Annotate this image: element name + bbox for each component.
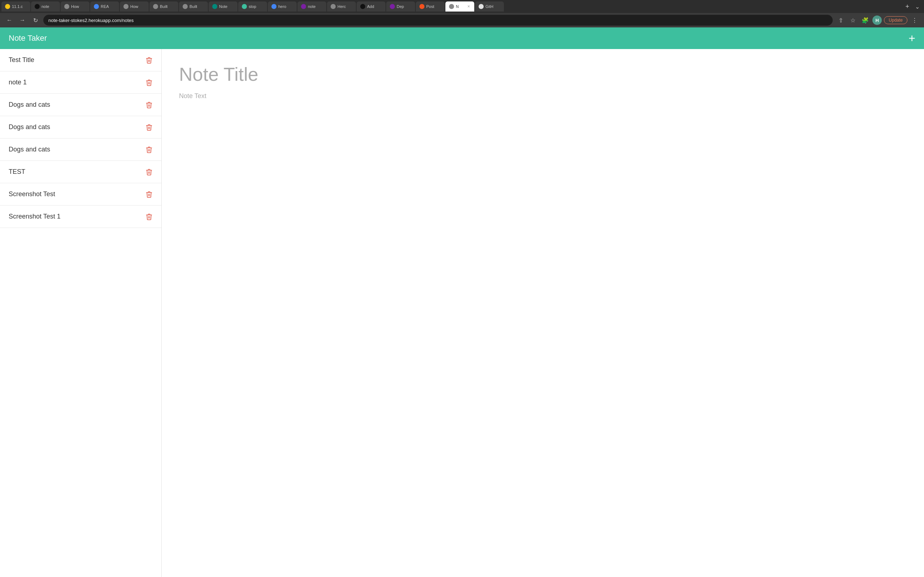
browser-tab-tab-15[interactable]: Post xyxy=(416,2,445,11)
browser-tab-tab-4[interactable]: REA xyxy=(90,2,119,11)
tab-favicon xyxy=(419,4,425,9)
app-body: Test Title note 1 Dogs and cats Dogs and… xyxy=(0,49,924,577)
note-item-title: Test Title xyxy=(9,56,34,64)
tab-label: REA xyxy=(101,4,109,9)
tab-label: How xyxy=(71,4,79,9)
tab-favicon xyxy=(94,4,99,9)
browser-tab-tab-6[interactable]: Built xyxy=(149,2,178,11)
tab-favicon xyxy=(301,4,306,9)
notes-sidebar: Test Title note 1 Dogs and cats Dogs and… xyxy=(0,49,162,577)
add-note-button[interactable]: + xyxy=(908,32,915,44)
tab-label: N xyxy=(456,4,459,9)
browser-tab-tab-10[interactable]: hero xyxy=(268,2,297,11)
url-bar[interactable]: note-taker-stokes2.herokuapp.com/notes xyxy=(43,15,833,26)
tab-label: 11.1.c xyxy=(12,4,23,9)
url-text: note-taker-stokes2.herokuapp.com/notes xyxy=(48,18,134,23)
tab-label: GitH xyxy=(485,4,493,9)
new-tab-button[interactable]: + xyxy=(902,3,912,10)
tab-overflow-button[interactable]: ⌄ xyxy=(912,3,922,10)
tab-favicon xyxy=(35,4,40,9)
note-item-title: Dogs and cats xyxy=(9,123,50,131)
tab-bar: 11.1.cnoteHowREAHowBuiltBuiltNotestopher… xyxy=(0,0,924,13)
extensions-icon[interactable]: 🧩 xyxy=(860,15,870,25)
tab-label: How xyxy=(130,4,138,9)
back-button[interactable]: ← xyxy=(4,15,15,25)
browser-tab-tab-7[interactable]: Built xyxy=(179,2,208,11)
bookmark-icon[interactable]: ☆ xyxy=(848,15,858,25)
delete-note-button[interactable] xyxy=(145,56,153,64)
tab-favicon xyxy=(331,4,336,9)
delete-note-button[interactable] xyxy=(145,124,153,131)
note-list-item[interactable]: Test Title xyxy=(0,49,162,71)
browser-tab-tab-11[interactable]: note xyxy=(297,2,326,11)
tab-label: Note xyxy=(219,4,228,9)
profile-button[interactable]: H xyxy=(872,16,882,25)
tab-favicon xyxy=(123,4,129,9)
browser-tab-tab-14[interactable]: Dep xyxy=(386,2,415,11)
browser-tab-tab-12[interactable]: Herc xyxy=(327,2,356,11)
note-item-title: TEST xyxy=(9,168,25,176)
tab-label: Post xyxy=(426,4,434,9)
delete-note-button[interactable] xyxy=(145,146,153,153)
tab-label: Built xyxy=(160,4,168,9)
tab-label: Add xyxy=(367,4,374,9)
note-list-item[interactable]: Dogs and cats xyxy=(0,94,162,116)
note-list-item[interactable]: Dogs and cats xyxy=(0,139,162,161)
tab-favicon xyxy=(449,4,454,9)
browser-tab-tab-13[interactable]: Add xyxy=(357,2,386,11)
tab-favicon xyxy=(390,4,395,9)
note-list-item[interactable]: note 1 xyxy=(0,71,162,94)
tab-label: stop xyxy=(249,4,256,9)
tab-favicon xyxy=(360,4,365,9)
browser-tab-tab-1[interactable]: 11.1.c xyxy=(2,2,30,11)
address-bar: ← → ↻ note-taker-stokes2.herokuapp.com/n… xyxy=(0,13,924,27)
tab-favicon xyxy=(64,4,69,9)
tab-favicon xyxy=(153,4,158,9)
tab-favicon xyxy=(212,4,217,9)
note-item-title: Screenshot Test 1 xyxy=(9,213,61,220)
note-title-field[interactable]: Note Title xyxy=(179,63,907,85)
update-button[interactable]: Update xyxy=(884,16,908,24)
browser-tab-tab-8[interactable]: Note xyxy=(208,2,237,11)
tab-label: Herc xyxy=(338,4,346,9)
address-actions: ⇧ ☆ 🧩 H Update ⋮ xyxy=(835,15,920,25)
note-item-title: Screenshot Test xyxy=(9,190,55,198)
app-title: Note Taker xyxy=(9,34,47,43)
tab-label: Dep xyxy=(397,4,404,9)
tab-label: hero xyxy=(278,4,286,9)
note-item-title: Dogs and cats xyxy=(9,146,50,153)
browser-tab-tab-9[interactable]: stop xyxy=(238,2,267,11)
tab-favicon xyxy=(242,4,247,9)
browser-tab-tab-3[interactable]: How xyxy=(61,2,89,11)
browser-chrome: 11.1.cnoteHowREAHowBuiltBuiltNotestopher… xyxy=(0,0,924,27)
tab-favicon xyxy=(183,4,188,9)
reload-button[interactable]: ↻ xyxy=(30,15,40,25)
browser-tab-tab-16[interactable]: N× xyxy=(446,2,474,11)
tab-favicon xyxy=(478,4,484,9)
forward-button[interactable]: → xyxy=(17,15,27,25)
tab-label: Built xyxy=(189,4,197,9)
menu-icon[interactable]: ⋮ xyxy=(909,15,920,25)
main-content: Note Title Note Text xyxy=(162,49,924,577)
delete-note-button[interactable] xyxy=(145,79,153,86)
note-item-title: Dogs and cats xyxy=(9,101,50,108)
note-item-title: note 1 xyxy=(9,79,27,86)
tab-favicon xyxy=(271,4,276,9)
delete-note-button[interactable] xyxy=(145,213,153,220)
tab-label: note xyxy=(308,4,315,9)
tab-label: note xyxy=(42,4,49,9)
note-list-item[interactable]: Screenshot Test 1 xyxy=(0,206,162,228)
delete-note-button[interactable] xyxy=(145,168,153,176)
tab-close-button[interactable]: × xyxy=(467,4,471,9)
note-list-item[interactable]: TEST xyxy=(0,161,162,183)
app-header: Note Taker + xyxy=(0,27,924,49)
share-icon[interactable]: ⇧ xyxy=(835,15,846,25)
browser-tab-tab-5[interactable]: How xyxy=(120,2,149,11)
browser-tab-tab-2[interactable]: note xyxy=(31,2,60,11)
browser-tab-tab-17[interactable]: GitH xyxy=(475,2,504,11)
delete-note-button[interactable] xyxy=(145,102,153,108)
note-list-item[interactable]: Screenshot Test xyxy=(0,183,162,206)
note-text-field[interactable]: Note Text xyxy=(179,92,907,100)
note-list-item[interactable]: Dogs and cats xyxy=(0,116,162,139)
delete-note-button[interactable] xyxy=(145,191,153,198)
